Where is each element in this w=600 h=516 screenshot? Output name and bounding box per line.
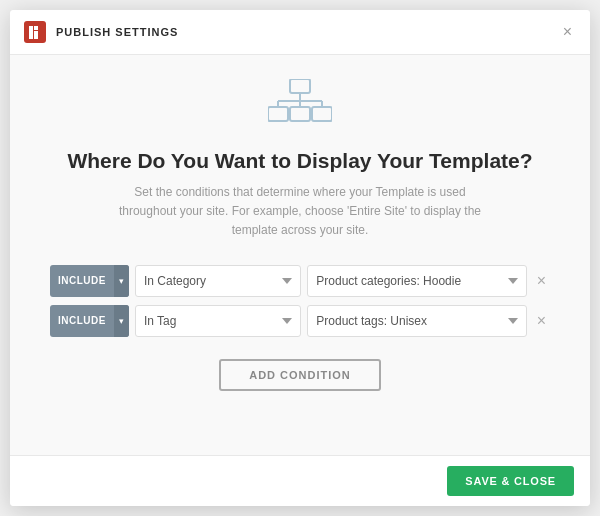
network-icon-area <box>268 79 332 131</box>
include-button-1[interactable]: INCLUDE ▾ <box>50 265 129 297</box>
save-close-button[interactable]: SAVE & CLOSE <box>447 466 574 496</box>
conditions-list: INCLUDE ▾ In Category Entire Site In Arc… <box>50 265 550 337</box>
include-arrow-1: ▾ <box>114 265 129 297</box>
elementor-logo <box>24 21 46 43</box>
page-description: Set the conditions that determine where … <box>110 183 490 241</box>
svg-rect-4 <box>290 79 310 93</box>
modal-title: PUBLISH SETTINGS <box>56 26 559 38</box>
template-network-icon <box>268 79 332 127</box>
modal-footer: SAVE & CLOSE <box>10 455 590 506</box>
include-button-2[interactable]: INCLUDE ▾ <box>50 305 129 337</box>
svg-rect-12 <box>312 107 332 121</box>
svg-rect-3 <box>34 35 38 39</box>
svg-rect-0 <box>29 26 33 39</box>
remove-condition-button-1[interactable]: × <box>533 273 550 289</box>
publish-settings-modal: PUBLISH SETTINGS × <box>10 10 590 506</box>
svg-rect-11 <box>290 107 310 121</box>
include-arrow-2: ▾ <box>114 305 129 337</box>
condition-row-1: INCLUDE ▾ In Category Entire Site In Arc… <box>50 265 550 297</box>
svg-rect-10 <box>268 107 288 121</box>
condition-row-2: INCLUDE ▾ In Tag Entire Site In Category… <box>50 305 550 337</box>
add-condition-button[interactable]: ADD CONDITION <box>219 359 381 391</box>
svg-rect-2 <box>34 31 38 35</box>
remove-condition-button-2[interactable]: × <box>533 313 550 329</box>
condition-value-select-1[interactable]: Product categories: Hoodie Product categ… <box>307 265 526 297</box>
elementor-logo-icon <box>29 26 42 39</box>
condition-type-select-2[interactable]: In Tag Entire Site In Category In Page <box>135 305 301 337</box>
modal-close-button[interactable]: × <box>559 20 576 44</box>
modal-header: PUBLISH SETTINGS × <box>10 10 590 55</box>
modal-body: Where Do You Want to Display Your Templa… <box>10 55 590 455</box>
condition-value-select-2[interactable]: Product tags: Unisex Product tags: Sale … <box>307 305 526 337</box>
page-heading: Where Do You Want to Display Your Templa… <box>67 149 532 173</box>
svg-rect-1 <box>34 26 38 30</box>
condition-type-select-1[interactable]: In Category Entire Site In Archive In Pa… <box>135 265 301 297</box>
